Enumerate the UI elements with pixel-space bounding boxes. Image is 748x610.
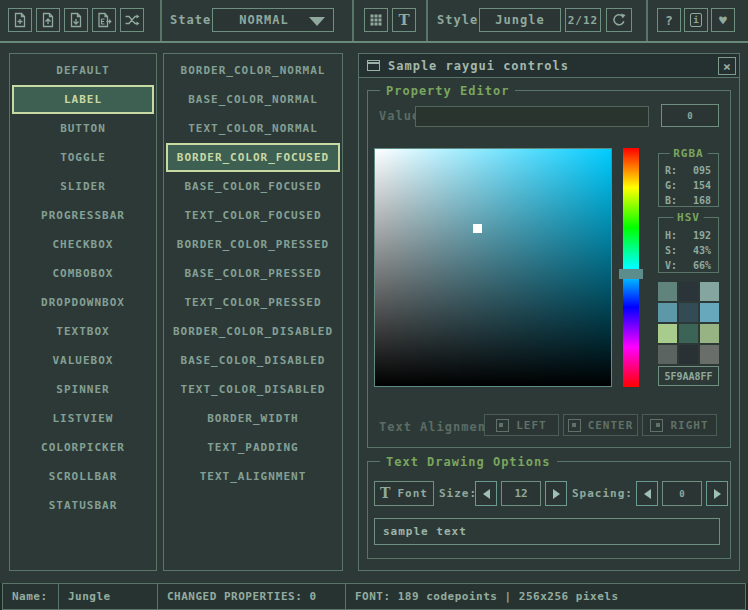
table-view-button[interactable] <box>364 8 388 32</box>
toolbar-separator <box>0 41 748 43</box>
toolbar-divider <box>160 0 162 41</box>
open-file-button[interactable] <box>36 8 60 32</box>
hex-value-box[interactable]: 5F9AA8FF <box>658 366 719 386</box>
control-list-item[interactable]: LABEL <box>12 85 154 114</box>
sample-text-box[interactable]: sample text <box>374 518 720 545</box>
info-button[interactable]: i <box>684 8 708 32</box>
control-list-item[interactable]: TEXTBOX <box>12 317 154 346</box>
palette-swatch[interactable] <box>658 303 677 322</box>
hsv-values: H: 192 S: 43% V: 66% <box>659 228 718 273</box>
window-titlebar[interactable]: Sample raygui controls × <box>359 54 739 78</box>
toolbar: State NORMAL T Style: Jungle 2/12 <box>0 0 748 41</box>
text-tool-icon: T <box>398 13 409 28</box>
spacing-decrease-button[interactable] <box>636 481 658 506</box>
help-button[interactable]: ? <box>657 8 681 32</box>
spacing-value-box[interactable]: 0 <box>662 481 702 506</box>
palette-swatch[interactable] <box>679 282 698 301</box>
size-increase-button[interactable] <box>545 481 567 506</box>
value-spinner-box[interactable]: 0 <box>661 104 719 127</box>
palette-swatch[interactable] <box>658 324 677 343</box>
info-icon: i <box>690 13 702 27</box>
control-list-item[interactable]: LISTVIEW <box>12 404 154 433</box>
control-list-item[interactable]: SLIDER <box>12 172 154 201</box>
align-right-button[interactable]: RIGHT <box>642 414 717 436</box>
property-list-item[interactable]: BORDER_COLOR_DISABLED <box>166 317 340 346</box>
size-decrease-button[interactable] <box>475 481 497 506</box>
export-file-button[interactable] <box>92 8 116 32</box>
size-value-box[interactable]: 12 <box>501 481 541 506</box>
random-style-button[interactable] <box>120 8 144 32</box>
palette-swatch[interactable] <box>700 345 719 364</box>
statusbar-name-label: Name: <box>2 583 59 610</box>
control-list-item[interactable]: STATUSBAR <box>12 491 154 520</box>
property-list-item[interactable]: BASE_COLOR_PRESSED <box>166 259 340 288</box>
style-name-button[interactable]: Jungle <box>479 8 561 32</box>
new-file-icon <box>12 12 28 28</box>
property-list-item[interactable]: TEXT_COLOR_NORMAL <box>166 114 340 143</box>
property-list-item[interactable]: TEXT_COLOR_DISABLED <box>166 375 340 404</box>
rgba-title: RGBA <box>669 146 708 162</box>
hue-bar[interactable] <box>623 148 639 387</box>
control-list-item[interactable]: PROGRESSBAR <box>12 201 154 230</box>
palette-swatch[interactable] <box>700 303 719 322</box>
spacing-increase-button[interactable] <box>706 481 728 506</box>
reload-icon <box>611 12 627 28</box>
palette-swatch[interactable] <box>658 345 677 364</box>
color-picker-area[interactable] <box>374 148 612 387</box>
text-view-button[interactable]: T <box>392 8 416 32</box>
control-list-item[interactable]: COLORPICKER <box>12 433 154 462</box>
arrow-right-icon <box>553 489 560 499</box>
open-file-icon <box>40 12 56 28</box>
property-list-item[interactable]: TEXT_PADDING <box>166 433 340 462</box>
rgba-row: R: 095 <box>659 163 718 178</box>
arrow-right-icon <box>714 489 721 499</box>
close-button[interactable]: × <box>718 57 736 75</box>
rgba-row: G: 154 <box>659 178 718 193</box>
sponsor-button[interactable]: ♥ <box>711 8 735 32</box>
control-list-item[interactable]: DEFAULT <box>12 56 154 85</box>
spacing-label: Spacing: <box>572 481 633 506</box>
property-list-item[interactable]: BORDER_COLOR_PRESSED <box>166 230 340 259</box>
control-list-item[interactable]: TOGGLE <box>12 143 154 172</box>
property-list-item[interactable]: BASE_COLOR_DISABLED <box>166 346 340 375</box>
new-file-button[interactable] <box>8 8 32 32</box>
property-list-item[interactable]: BORDER_WIDTH <box>166 404 340 433</box>
palette-swatch[interactable] <box>700 324 719 343</box>
state-dropdown[interactable]: NORMAL <box>212 8 334 32</box>
font-button[interactable]: T Font <box>374 481 434 506</box>
palette-swatch[interactable] <box>679 303 698 322</box>
property-list-item[interactable]: TEXT_COLOR_PRESSED <box>166 288 340 317</box>
align-right-icon <box>650 419 663 432</box>
align-center-button[interactable]: CENTER <box>563 414 638 436</box>
rgba-group: RGBA R: 095 G: 154 B: 168 <box>658 153 719 207</box>
palette-swatch[interactable] <box>679 345 698 364</box>
arrow-left-icon <box>644 489 651 499</box>
close-icon: × <box>723 59 731 74</box>
save-file-button[interactable] <box>64 8 88 32</box>
color-picker-cursor[interactable] <box>473 224 482 233</box>
align-left-button[interactable]: LEFT <box>484 414 559 436</box>
control-list-item[interactable]: DROPDOWNBOX <box>12 288 154 317</box>
control-list-item[interactable]: BUTTON <box>12 114 154 143</box>
control-list-item[interactable]: VALUEBOX <box>12 346 154 375</box>
control-list-item[interactable]: CHECKBOX <box>12 230 154 259</box>
value-input[interactable] <box>415 106 649 127</box>
control-list-item[interactable]: COMBOBOX <box>12 259 154 288</box>
property-list-item[interactable]: BASE_COLOR_FOCUSED <box>166 172 340 201</box>
palette-swatch[interactable] <box>658 282 677 301</box>
property-list-item[interactable]: BASE_COLOR_NORMAL <box>166 85 340 114</box>
palette-swatch[interactable] <box>679 324 698 343</box>
control-list-item[interactable]: SPINNER <box>12 375 154 404</box>
property-list-item[interactable]: BORDER_COLOR_NORMAL <box>166 56 340 85</box>
property-list-item[interactable]: TEXT_COLOR_FOCUSED <box>166 201 340 230</box>
property-list-item[interactable]: TEXT_ALIGNMENT <box>166 462 340 491</box>
hsv-title: HSV <box>673 210 704 226</box>
style-counter: 2/12 <box>565 8 601 32</box>
arrow-left-icon <box>483 489 490 499</box>
style-name-value: Jungle <box>495 13 544 27</box>
control-list-item[interactable]: SCROLLBAR <box>12 462 154 491</box>
property-list-item[interactable]: BORDER_COLOR_FOCUSED <box>166 143 340 172</box>
reload-style-button[interactable] <box>606 8 632 32</box>
hue-slider-handle[interactable] <box>619 269 643 279</box>
palette-swatch[interactable] <box>700 282 719 301</box>
